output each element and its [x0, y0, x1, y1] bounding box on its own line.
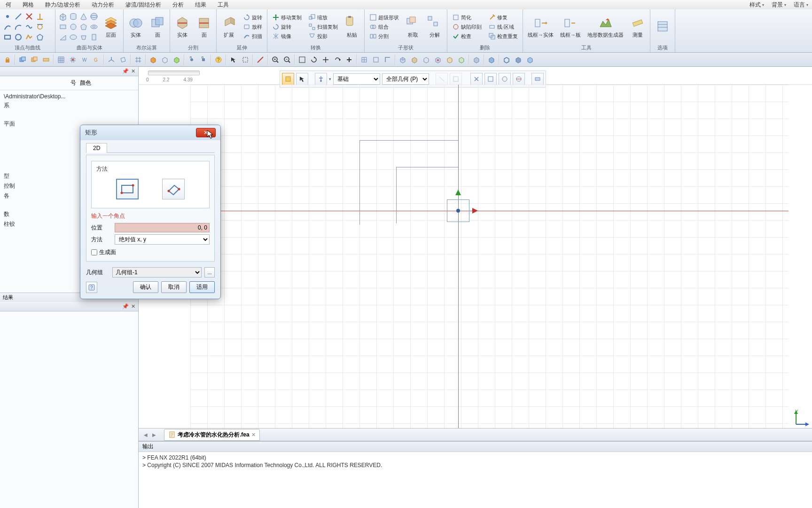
bool-face-button[interactable]: 面 — [147, 14, 168, 40]
polyline-icon[interactable] — [24, 32, 34, 42]
tb-shade2-icon[interactable] — [486, 54, 497, 65]
tree-path[interactable]: \Administrator\Desktop... — [2, 92, 136, 101]
tb-line-sel-icon[interactable] — [255, 54, 266, 65]
group-select[interactable]: 几何组-1 — [112, 267, 202, 278]
frame-to-plate-button[interactable]: 线框→板 — [557, 14, 584, 40]
filter-icon[interactable] — [315, 73, 327, 85]
tb-iso1-icon[interactable] — [397, 54, 408, 65]
tb-snap-g-icon[interactable]: G — [91, 54, 102, 65]
pipe-icon[interactable] — [89, 32, 99, 42]
rotate-button[interactable]: 旋转 — [241, 13, 264, 22]
tb-fit-icon[interactable] — [297, 54, 308, 65]
grid[interactable] — [190, 85, 789, 428]
tb-plane-icon[interactable] — [117, 54, 129, 65]
cone-icon[interactable] — [79, 12, 88, 21]
menu-geometry[interactable]: 何 — [0, 1, 17, 9]
tb-iso3-icon[interactable] — [421, 54, 432, 65]
options-button[interactable] — [652, 17, 673, 37]
arc-icon[interactable] — [14, 22, 23, 32]
tb-view2-icon[interactable] — [370, 54, 382, 65]
ruler-slider[interactable] — [148, 71, 200, 75]
vp-tool4-icon[interactable] — [484, 73, 497, 85]
help-button[interactable]: ? — [86, 282, 97, 293]
sphere-icon[interactable] — [89, 12, 99, 21]
tb-iso2-icon[interactable] — [409, 54, 420, 65]
cancel-button[interactable]: 取消 — [161, 281, 187, 293]
close-panel-icon[interactable]: ✕ — [130, 68, 136, 75]
tb-shade4-icon[interactable] — [513, 54, 524, 65]
tb-zoom-out-icon[interactable] — [281, 54, 293, 65]
menu-mesh[interactable]: 网格 — [17, 1, 39, 9]
viewport[interactable]: 0 2.2 4.39 ▾ 基础 全部几何 (P) — [139, 67, 812, 428]
tb-plus-icon[interactable] — [344, 54, 355, 65]
tb-iso4-icon[interactable] — [432, 54, 444, 65]
measure-button[interactable]: 测量 — [627, 14, 648, 40]
tb-n1-icon[interactable]: n — [186, 54, 197, 65]
close-panel-icon[interactable]: ✕ — [130, 303, 136, 310]
circle-icon[interactable] — [14, 32, 23, 42]
vp-tool6-icon[interactable] — [513, 73, 525, 85]
menu-background[interactable]: 背景 — [768, 1, 790, 9]
check-dup-button[interactable]: 检查重复 — [486, 32, 520, 40]
imprint-button[interactable]: 缺陷印刻 — [450, 23, 484, 31]
pointer-mode-icon[interactable] — [296, 73, 308, 85]
tb-redo-icon[interactable] — [332, 54, 343, 65]
line-region-button[interactable]: 线·区域 — [486, 23, 520, 31]
bool-solid-button[interactable]: 实体 — [125, 14, 146, 40]
box-icon[interactable] — [58, 12, 68, 21]
sweep-copy-button[interactable]: 扫描复制 — [306, 23, 340, 31]
tab-prev-icon[interactable]: ◀ — [141, 432, 150, 437]
perp-icon[interactable] — [35, 12, 45, 21]
tb-sel2-icon[interactable] — [240, 54, 251, 65]
face-torus-icon[interactable] — [89, 22, 99, 32]
tb-rotate-icon[interactable] — [308, 54, 320, 65]
tab-close-icon[interactable]: ✕ — [251, 432, 256, 438]
rect-icon[interactable] — [3, 32, 12, 42]
face-circle-icon[interactable] — [69, 22, 78, 32]
tb-cube1-icon[interactable] — [148, 54, 159, 65]
pin-icon[interactable]: 📌 — [122, 68, 129, 75]
check-button[interactable]: 检查 — [450, 32, 484, 40]
split-sub-button[interactable]: 分割 — [367, 32, 401, 40]
tb-hash-icon[interactable] — [133, 54, 144, 65]
frame-to-solid-button[interactable]: 线框→实体 — [525, 14, 556, 40]
tb-snap-w-icon[interactable]: W — [79, 54, 90, 65]
repair-button[interactable]: 修复 — [486, 13, 520, 22]
tb-layers-icon[interactable] — [17, 54, 28, 65]
scale-button[interactable]: 缩放 — [306, 13, 340, 22]
wedge-icon[interactable] — [58, 32, 68, 42]
extract-button[interactable]: 析取 — [403, 14, 423, 40]
menu-analysis[interactable]: 分析 — [167, 1, 189, 9]
ok-button[interactable]: 确认 — [133, 281, 158, 293]
gen-face-checkbox[interactable] — [91, 249, 97, 255]
cylinder-icon[interactable] — [69, 12, 78, 21]
tb-pan-icon[interactable] — [320, 54, 331, 65]
tangent-icon[interactable] — [35, 22, 45, 32]
cross-icon[interactable] — [24, 12, 34, 21]
tb-grid-icon[interactable] — [55, 54, 67, 65]
tb-xyz-icon[interactable] — [106, 54, 117, 65]
tab-2d[interactable]: 2D — [86, 143, 107, 153]
split-face-button[interactable]: 面 — [194, 14, 214, 40]
pin-icon[interactable]: 📌 — [122, 303, 129, 310]
polygon-icon[interactable] — [35, 32, 45, 42]
rotate-trans-button[interactable]: 旋转 — [270, 23, 304, 31]
tb-n2-icon[interactable]: n — [198, 54, 209, 65]
tb-snap-icon[interactable] — [67, 54, 78, 65]
menu-language[interactable]: 语言 — [790, 1, 812, 9]
sweep-button[interactable]: 扫描 — [241, 32, 264, 40]
tb-iso5-icon[interactable] — [444, 54, 455, 65]
tb-shade5-icon[interactable] — [524, 54, 536, 65]
tab-next-icon[interactable]: ▶ — [150, 432, 158, 437]
tb-shade3-icon[interactable] — [501, 54, 512, 65]
menu-static[interactable]: 静力/边坡分析 — [39, 1, 86, 9]
select-mode-icon[interactable] — [282, 73, 294, 85]
method-diamond-button[interactable] — [162, 179, 185, 199]
shell-icon[interactable] — [79, 32, 88, 42]
vp-tool2-icon[interactable] — [450, 73, 462, 85]
line-icon[interactable] — [14, 12, 23, 21]
decompose-button[interactable]: 分解 — [424, 14, 445, 40]
group-more-button[interactable]: ... — [204, 267, 215, 278]
move-copy-button[interactable]: 移动复制 — [270, 13, 304, 22]
menu-tool[interactable]: 工具 — [212, 1, 234, 9]
